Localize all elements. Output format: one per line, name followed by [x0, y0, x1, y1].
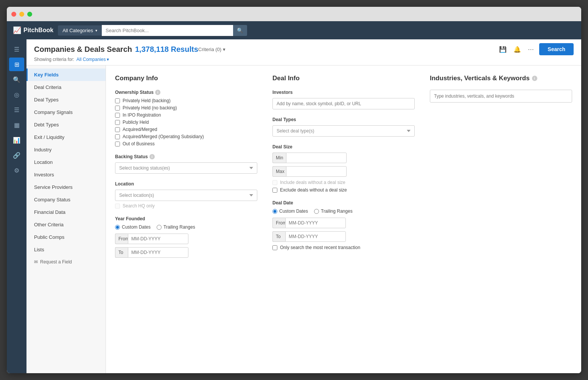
all-companies-button[interactable]: All Companies ▾ [76, 57, 109, 62]
backing-status-label: Backing Status i [115, 154, 257, 159]
deal-size-min-label: Min [272, 153, 286, 163]
checkbox-ipo-registration[interactable]: In IPO Registration [115, 112, 257, 118]
nav-item-debt-types[interactable]: Debt Types [26, 118, 106, 131]
criteria-badge[interactable]: Criteria (0) ▾ [198, 47, 226, 52]
deal-date-from-row: From [272, 218, 415, 228]
nav-item-public-comps[interactable]: Public Comps [26, 231, 106, 243]
ownership-status-label: Ownership Status i [115, 90, 257, 95]
nav-item-service-providers[interactable]: Service Providers [26, 181, 106, 193]
ownership-status-group: Ownership Status i Privately Held (backi… [115, 90, 257, 146]
page-title: Companies & Deals Search 1,378,118 Resul… [34, 45, 198, 54]
deal-info-title: Deal Info [272, 75, 415, 82]
header-actions: 💾 🔔 ⋯ Search [498, 43, 574, 55]
nav-item-deal-criteria[interactable]: Deal Criteria [26, 81, 106, 93]
search-hq-checkbox[interactable] [115, 204, 120, 209]
share-icon-button[interactable]: ⋯ [526, 44, 535, 55]
checkbox-privately-held-backing[interactable]: Privately Held (backing) [115, 98, 257, 103]
sidebar-icon-menu[interactable]: ☰ [9, 42, 24, 56]
company-info-title: Company Info [115, 75, 257, 82]
checkbox-out-of-business[interactable]: Out of Business [115, 141, 257, 146]
year-founded-label: Year Founded [115, 216, 257, 221]
sidebar-icon-chart[interactable]: 📊 [9, 133, 24, 147]
nav-item-lists[interactable]: Lists [26, 243, 106, 256]
location-group: Location Select location(s) Search HQ on… [115, 181, 257, 209]
deal-size-max-label: Max [272, 166, 286, 177]
only-recent-transaction[interactable]: Only search the most recent transaction [272, 245, 415, 250]
industries-info-icon[interactable]: i [532, 76, 537, 81]
year-founded-to-input[interactable] [128, 247, 188, 258]
maximize-dot[interactable] [27, 12, 32, 17]
backing-status-select[interactable]: Select backing status(es) [115, 162, 257, 174]
deal-size-label: Deal Size [272, 144, 415, 150]
showing-for: Showing criteria for: All Companies ▾ [34, 57, 574, 62]
nav-item-deal-types[interactable]: Deal Types [26, 93, 106, 106]
nav-item-key-fields[interactable]: Key Fields [26, 69, 106, 81]
deal-types-label: Deal Types [272, 117, 415, 122]
top-search-icon-button[interactable]: 🔍 [233, 25, 247, 36]
checkbox-acquired-merged-subsidiary[interactable]: Acquired/Merged (Operating Subsidiary) [115, 134, 257, 139]
sidebar-icon-settings[interactable]: ⚙ [9, 164, 24, 177]
nav-item-other-criteria[interactable]: Other Criteria [26, 218, 106, 231]
backing-info-icon[interactable]: i [149, 154, 155, 159]
logo-text: PitchBook [23, 27, 53, 34]
sidebar-icon-home[interactable]: ⊞ [9, 58, 24, 71]
nav-item-industry[interactable]: Industry [26, 143, 106, 156]
deal-size-min-input[interactable] [286, 153, 347, 163]
search-hq-row: Search HQ only [115, 203, 257, 209]
deal-size-min-row: Min [272, 153, 415, 163]
sidebar-icon-search[interactable]: 🔍 [9, 73, 24, 86]
nav-item-investors[interactable]: Investors [26, 168, 106, 181]
ownership-info-icon[interactable]: i [155, 90, 160, 95]
minimize-dot[interactable] [19, 12, 24, 17]
sidebar-icon-list[interactable]: ☰ [9, 103, 24, 117]
main-layout: ☰ ⊞ 🔍 ◎ ☰ ▦ 📊 🔗 ⚙ Companies & Deals Sear… [7, 39, 581, 373]
investors-input[interactable] [272, 98, 415, 109]
year-founded-custom-dates[interactable]: Custom Dates [115, 224, 151, 230]
titlebar [7, 7, 581, 21]
sidebar-icon-grid[interactable]: ▦ [9, 118, 24, 132]
icon-sidebar: ☰ ⊞ 🔍 ◎ ☰ ▦ 📊 🔗 ⚙ [7, 39, 26, 373]
deal-date-custom-dates[interactable]: Custom Dates [272, 209, 308, 214]
deal-date-to-row: To [272, 231, 415, 242]
deal-types-select[interactable]: Select deal type(s) [272, 125, 415, 137]
notification-icon-button[interactable]: 🔔 [512, 44, 523, 55]
checkbox-acquired-merged[interactable]: Acquired/Merged [115, 127, 257, 132]
year-founded-trailing-ranges[interactable]: Trailing Ranges [157, 224, 195, 230]
top-search-input[interactable] [102, 25, 233, 36]
close-dot[interactable] [11, 12, 16, 17]
main-search-button[interactable]: Search [539, 43, 574, 55]
content-area: Companies & Deals Search 1,378,118 Resul… [26, 39, 581, 373]
nav-item-company-status[interactable]: Company Status [26, 193, 106, 206]
deal-date-to-label: To [272, 231, 285, 242]
category-button[interactable]: All Categories [58, 25, 102, 36]
deal-date-to-input[interactable] [285, 231, 346, 242]
logo: 📈 PitchBook [13, 26, 53, 34]
nav-item-financial-data[interactable]: Financial Data [26, 206, 106, 218]
page-title-text: Companies & Deals Search [34, 45, 132, 54]
header-bar: Companies & Deals Search 1,378,118 Resul… [26, 39, 581, 65]
include-without-deal-size[interactable]: Include deals without a deal size [272, 180, 415, 185]
deal-date-label: Deal Date [272, 200, 415, 206]
industries-title: Industries, Verticals & Keywords i [430, 75, 572, 82]
deal-size-group: Deal Size Min Max [272, 144, 415, 193]
year-founded-to-label: To [115, 247, 128, 258]
checkbox-publicly-held[interactable]: Publicly Held [115, 120, 257, 125]
main-content: Company Info Ownership Status i Privatel… [106, 65, 581, 373]
nav-request-field[interactable]: ✉ Request a Field [26, 256, 106, 268]
deal-size-max-input[interactable] [286, 166, 347, 177]
year-founded-from-input[interactable] [128, 234, 188, 244]
deal-date-from-input[interactable] [285, 218, 346, 228]
sidebar-icon-links[interactable]: 🔗 [9, 148, 24, 162]
investors-group: Investors [272, 90, 415, 109]
location-select[interactable]: Select location(s) [115, 190, 257, 201]
save-icon-button[interactable]: 💾 [498, 44, 508, 55]
sidebar-icon-analytics[interactable]: ◎ [9, 88, 24, 101]
nav-item-company-signals[interactable]: Company Signals [26, 106, 106, 118]
nav-item-location[interactable]: Location [26, 156, 106, 168]
deal-date-group: Deal Date Custom Dates Trail [272, 200, 415, 250]
checkbox-privately-held-no-backing[interactable]: Privately Held (no backing) [115, 105, 257, 111]
exclude-without-deal-size[interactable]: Exclude deals without a deal size [272, 187, 415, 193]
nav-item-exit-liquidity[interactable]: Exit / Liquidity [26, 131, 106, 143]
keywords-input[interactable] [430, 90, 572, 103]
deal-date-trailing-ranges[interactable]: Trailing Ranges [314, 209, 353, 214]
